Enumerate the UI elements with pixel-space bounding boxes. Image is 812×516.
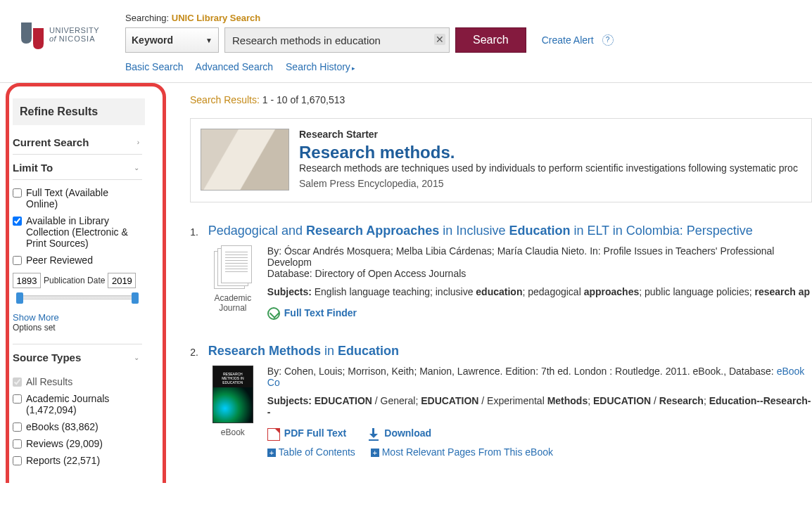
source-academic-journals[interactable]: Academic Journals (1,472,094) bbox=[13, 390, 142, 418]
main: Refine Results Current Search › Limit To… bbox=[0, 83, 812, 483]
header: UNIVERSITY of NICOSIA Searching: UNIC Li… bbox=[0, 0, 812, 83]
result-type-col: eBook bbox=[208, 366, 258, 457]
pdf-icon bbox=[267, 428, 280, 441]
starter-source: Salem Press Encyclopedia, 2015 bbox=[299, 178, 798, 189]
result-item: 2. Research Methods in Education eBook B… bbox=[190, 344, 812, 457]
facet-limit-to[interactable]: Limit To ⌄ bbox=[13, 155, 142, 180]
result-number: 2. bbox=[190, 344, 198, 457]
create-alert-link[interactable]: Create Alert bbox=[542, 34, 594, 46]
advanced-search-link[interactable]: Advanced Search bbox=[196, 61, 274, 72]
sub-actions: +Table of Contents +Most Relevant Pages … bbox=[267, 446, 812, 458]
result-number: 1. bbox=[190, 224, 198, 325]
result-title-link[interactable]: Pedagogical and Research Approaches in I… bbox=[208, 224, 753, 238]
results-count: Search Results: 1 - 10 of 1,670,513 bbox=[190, 94, 812, 105]
result-item: 1. Pedagogical and Research Approaches i… bbox=[190, 224, 812, 325]
results-pane: Search Results: 1 - 10 of 1,670,513 Rese… bbox=[169, 83, 812, 483]
brand-logo[interactable]: UNIVERSITY of NICOSIA bbox=[20, 13, 125, 49]
limit-peer-reviewed[interactable]: Peer Reviewed bbox=[13, 252, 142, 269]
search-area: Searching: UNIC Library Search Keyword ▼… bbox=[125, 13, 812, 72]
show-more-link[interactable]: Show More bbox=[13, 307, 142, 323]
source-all-results[interactable]: All Results bbox=[13, 373, 142, 390]
download-icon bbox=[367, 428, 380, 441]
academic-journal-icon bbox=[214, 245, 252, 289]
facet-current-search[interactable]: Current Search › bbox=[13, 129, 142, 155]
limit-to-body: Full Text (Available Online) Available i… bbox=[13, 180, 142, 344]
expand-icon: + bbox=[371, 449, 379, 457]
most-relevant-pages-link[interactable]: +Most Relevant Pages From This eBook bbox=[371, 446, 553, 458]
logo-icon bbox=[20, 21, 45, 49]
result-subjects: Subjects: English language teaching; inc… bbox=[267, 286, 812, 297]
source-ebooks[interactable]: eBooks (83,862) bbox=[13, 418, 142, 435]
result-subjects: Subjects: EDUCATION / General; EDUCATION… bbox=[267, 395, 812, 418]
ebook-thumbnail bbox=[212, 366, 253, 423]
starter-desc: Research methods are techniques used by … bbox=[299, 162, 798, 174]
result-title-link[interactable]: Research Methods in Education bbox=[208, 344, 399, 358]
date-slider[interactable] bbox=[17, 295, 138, 299]
research-starter: Research Starter Research methods. Resea… bbox=[190, 118, 812, 202]
download-link[interactable]: Download bbox=[367, 427, 431, 440]
result-meta: By: Óscar Andrés Mosquera; Melba Libia C… bbox=[267, 245, 812, 279]
clear-input-icon[interactable]: ✕ bbox=[434, 34, 445, 45]
logo-text: UNIVERSITY of NICOSIA bbox=[49, 27, 99, 43]
refine-results-heading: Refine Results bbox=[13, 98, 145, 125]
search-sub-links: Basic Search Advanced Search Search Hist… bbox=[125, 61, 812, 72]
starter-tag: Research Starter bbox=[299, 129, 798, 140]
table-of-contents-link[interactable]: +Table of Contents bbox=[267, 446, 355, 458]
full-text-finder-link[interactable]: Full Text Finder bbox=[267, 307, 357, 320]
caret-right-icon: ▸ bbox=[350, 65, 356, 72]
help-icon[interactable]: ? bbox=[602, 34, 614, 46]
options-set-label: Options set bbox=[13, 323, 142, 337]
full-text-finder-icon bbox=[267, 307, 280, 320]
expand-icon: + bbox=[267, 449, 276, 457]
date-from-input[interactable] bbox=[13, 273, 41, 288]
source-reviews[interactable]: Reviews (29,009) bbox=[13, 435, 142, 452]
pdf-full-text-link[interactable]: PDF Full Text bbox=[267, 427, 346, 440]
source-types-body: All Results Academic Journals (1,472,094… bbox=[13, 369, 142, 476]
caret-down-icon: ▼ bbox=[205, 37, 212, 44]
basic-search-link[interactable]: Basic Search bbox=[125, 61, 183, 72]
limit-library-collection[interactable]: Available in Library Collection (Electro… bbox=[13, 212, 142, 252]
slider-handle-to[interactable] bbox=[132, 292, 139, 304]
source-reports[interactable]: Reports (22,571) bbox=[13, 452, 142, 469]
result-meta: By: Cohen, Louis; Morrison, Keith; Manio… bbox=[267, 366, 812, 388]
search-input[interactable] bbox=[224, 27, 450, 53]
limit-fulltext[interactable]: Full Text (Available Online) bbox=[13, 184, 142, 212]
chevron-down-icon: ⌄ bbox=[134, 164, 139, 172]
chevron-right-icon: › bbox=[137, 138, 139, 146]
searching-label: Searching: UNIC Library Search bbox=[125, 13, 812, 23]
date-label: Publication Date bbox=[44, 276, 105, 285]
slider-handle-from[interactable] bbox=[16, 292, 23, 304]
result-type-col: Academic Journal bbox=[208, 245, 258, 325]
search-button[interactable]: Search bbox=[455, 27, 526, 53]
search-history-link[interactable]: Search History ▸ bbox=[286, 61, 355, 72]
facet-source-types[interactable]: Source Types ⌄ bbox=[13, 344, 142, 369]
publication-date-row: Publication Date bbox=[13, 269, 142, 292]
starter-title-link[interactable]: Research methods. bbox=[299, 143, 455, 162]
search-field-select[interactable]: Keyword ▼ bbox=[125, 27, 219, 53]
refine-sidebar: Refine Results Current Search › Limit To… bbox=[0, 83, 169, 483]
date-to-input[interactable] bbox=[108, 273, 136, 288]
starter-thumbnail bbox=[201, 129, 289, 191]
chevron-down-icon: ⌄ bbox=[134, 354, 139, 361]
